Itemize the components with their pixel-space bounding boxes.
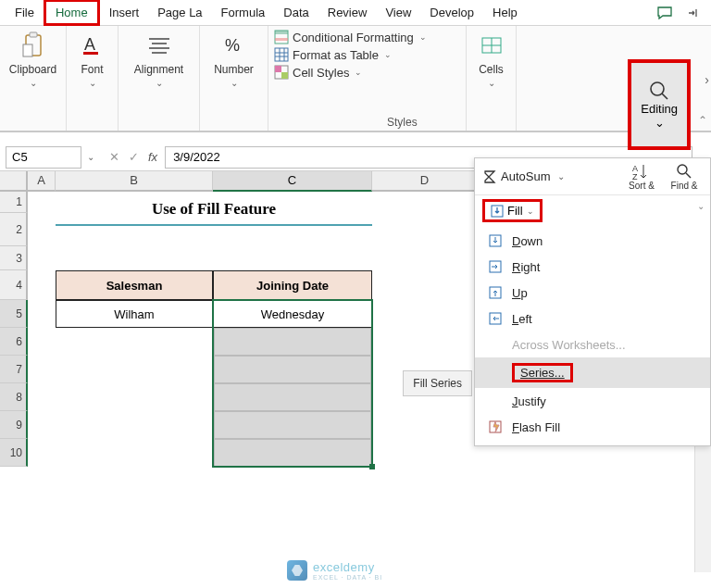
fill-flash-fill[interactable]: Flash Fill <box>475 414 710 440</box>
row-header[interactable]: 1 <box>0 192 28 213</box>
exceldemy-logo-icon <box>287 560 307 581</box>
menu-data[interactable]: Data <box>274 2 318 23</box>
fill-series[interactable]: Series... <box>475 357 710 388</box>
percent-icon: % <box>220 31 248 59</box>
alignment-icon <box>145 31 173 59</box>
menu-help[interactable]: Help <box>483 2 527 23</box>
col-header-a[interactable]: A <box>28 171 56 192</box>
row-headers: 1 2 3 4 5 6 7 8 9 10 <box>0 192 28 467</box>
fill-justify[interactable]: Justify <box>475 388 710 414</box>
fill-submenu: DDownown Right Up Left Across Worksheets… <box>475 226 710 445</box>
cell-b5[interactable]: Wilham <box>56 300 213 328</box>
menu-develop[interactable]: Develop <box>420 2 483 23</box>
ribbon-font[interactable]: A Font ⌄ <box>67 26 118 131</box>
ribbon-scroll-right[interactable]: › <box>705 72 709 87</box>
ribbon-cells[interactable]: Cells ⌄ <box>467 26 517 131</box>
menu-insert[interactable]: Insert <box>100 2 149 23</box>
format-as-table-button[interactable]: Format as Table⌄ <box>274 47 460 62</box>
menu-review[interactable]: Review <box>318 2 377 23</box>
panel-expand-icon[interactable]: ⌄ <box>697 201 705 211</box>
col-header-d[interactable]: D <box>372 171 478 192</box>
cell-c8[interactable] <box>214 383 371 411</box>
menu-file[interactable]: File <box>6 2 44 23</box>
row-header[interactable]: 5 <box>0 300 28 328</box>
sort-filter-button[interactable]: AZ Sort & <box>623 162 660 191</box>
fill-down[interactable]: DDownown <box>475 228 710 254</box>
svg-point-28 <box>678 165 687 174</box>
editing-dropdown-panel: AutoSum ⌄ AZ Sort & Find & Fill ⌄ ⌄ DDow… <box>474 157 711 446</box>
cell-c10[interactable] <box>214 439 371 467</box>
svg-rect-4 <box>83 52 98 55</box>
name-box[interactable] <box>6 146 81 169</box>
menu-bar: File Home Insert Page La Formula Data Re… <box>0 0 711 26</box>
svg-rect-2 <box>23 44 32 56</box>
col-header-b[interactable]: B <box>56 171 213 192</box>
name-box-dropdown[interactable]: ⌄ <box>87 152 102 162</box>
ribbon-styles: Conditional Formatting⌄ Format as Table⌄… <box>268 26 467 131</box>
ribbon-editing[interactable]: Editing ⌄ <box>628 59 691 150</box>
cell-c7[interactable] <box>214 356 371 383</box>
menu-page-layout[interactable]: Page La <box>148 2 211 23</box>
svg-rect-1 <box>30 32 37 37</box>
ribbon-collapse-icon[interactable]: ⌃ <box>698 114 707 127</box>
fill-left[interactable]: Left <box>475 306 710 332</box>
svg-point-24 <box>651 82 664 95</box>
svg-rect-13 <box>275 48 288 61</box>
share-icon[interactable] <box>680 3 705 23</box>
fill-up[interactable]: Up <box>475 280 710 306</box>
menu-home[interactable]: Home <box>44 0 100 26</box>
enter-icon[interactable]: ✓ <box>129 150 139 164</box>
font-icon: A <box>79 31 106 59</box>
menu-formula[interactable]: Formula <box>212 2 275 23</box>
row-header[interactable]: 7 <box>0 356 28 383</box>
col-header-c[interactable]: C <box>213 171 372 192</box>
cell-c6[interactable] <box>214 328 371 356</box>
conditional-formatting-button[interactable]: Conditional Formatting⌄ <box>274 30 460 44</box>
styles-group-label: Styles <box>387 116 418 129</box>
row-header[interactable]: 8 <box>0 383 28 411</box>
find-select-button[interactable]: Find & <box>666 162 703 191</box>
autosum-button[interactable]: AutoSum ⌄ <box>482 169 565 184</box>
fill-button[interactable]: Fill ⌄ <box>482 199 543 222</box>
clipboard-icon <box>19 31 47 59</box>
search-icon <box>648 80 670 102</box>
svg-text:%: % <box>225 36 240 55</box>
ribbon-alignment[interactable]: Alignment ⌄ <box>118 26 200 131</box>
arrow-up-icon <box>488 285 503 300</box>
row-header[interactable]: 4 <box>0 270 28 300</box>
flash-fill-icon <box>488 419 503 434</box>
svg-rect-19 <box>275 66 281 72</box>
menu-view[interactable]: View <box>376 2 420 23</box>
cell-c9[interactable] <box>214 411 371 439</box>
arrow-right-icon <box>488 259 503 274</box>
svg-rect-20 <box>281 72 288 79</box>
cancel-icon[interactable]: ✕ <box>109 150 119 164</box>
arrow-left-icon <box>488 311 503 326</box>
cell-c5[interactable]: Wednesday <box>213 300 372 328</box>
select-all-corner[interactable] <box>0 171 28 192</box>
sheet-title[interactable]: Use of Fill Feature <box>56 193 372 226</box>
ribbon: Clipboard ⌄ A Font ⌄ Alignment ⌄ % Numbe… <box>0 26 711 132</box>
watermark: exceldemy EXCEL · DATA · BI <box>287 560 382 581</box>
row-header[interactable]: 6 <box>0 328 28 356</box>
svg-line-25 <box>662 94 667 99</box>
ribbon-clipboard[interactable]: Clipboard ⌄ <box>0 26 67 131</box>
fx-icon[interactable]: fx <box>148 150 157 164</box>
svg-text:Z: Z <box>632 172 638 181</box>
fill-right[interactable]: Right <box>475 254 710 280</box>
row-header[interactable]: 2 <box>0 213 28 246</box>
row-header[interactable]: 3 <box>0 246 28 270</box>
svg-rect-12 <box>275 38 288 41</box>
cells-icon <box>478 31 505 59</box>
arrow-down-icon <box>488 233 503 248</box>
svg-line-29 <box>686 173 691 178</box>
fill-across-worksheets: Across Worksheets... <box>475 332 710 357</box>
cell-styles-button[interactable]: Cell Styles⌄ <box>274 65 460 80</box>
column-headers: A B C D <box>28 171 478 192</box>
header-joining-date[interactable]: Joining Date <box>213 270 372 300</box>
row-header[interactable]: 10 <box>0 439 28 467</box>
ribbon-number[interactable]: % Number ⌄ <box>200 26 268 131</box>
header-salesman[interactable]: Salesman <box>56 270 213 300</box>
comments-icon[interactable] <box>650 3 680 23</box>
row-header[interactable]: 9 <box>0 411 28 439</box>
